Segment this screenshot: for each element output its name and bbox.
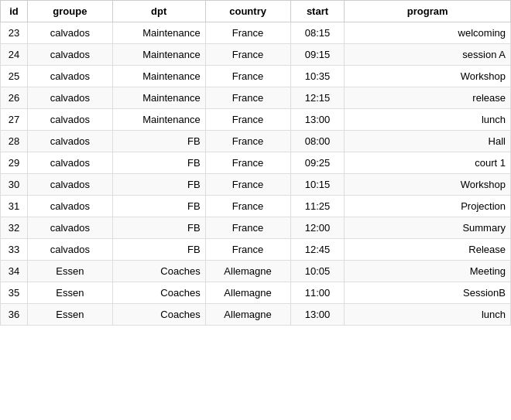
- cell-id: 36: [1, 304, 28, 326]
- cell-program: Workshop: [345, 66, 511, 87]
- cell-id: 34: [1, 261, 28, 282]
- cell-dpt: FB: [112, 131, 205, 152]
- cell-country: France: [205, 44, 290, 66]
- cell-country: Allemagne: [205, 261, 290, 282]
- table-row: 31calvadosFBFrance11:25Projection: [1, 196, 511, 217]
- table-row: 25calvadosMaintenanceFrance10:35Workshop: [1, 66, 511, 87]
- cell-dpt: FB: [112, 217, 205, 239]
- cell-program: Summary: [345, 217, 511, 239]
- cell-start: 11:00: [290, 282, 345, 304]
- cell-country: France: [205, 152, 290, 174]
- cell-id: 27: [1, 109, 28, 131]
- cell-country: France: [205, 239, 290, 261]
- cell-dpt: Coaches: [112, 304, 205, 326]
- cell-groupe: calvados: [27, 66, 112, 87]
- col-header-start: start: [290, 1, 345, 22]
- cell-program: session A: [345, 44, 511, 66]
- cell-start: 08:15: [290, 22, 345, 44]
- col-header-dpt: dpt: [112, 1, 205, 22]
- table-row: 24calvadosMaintenanceFrance09:15session …: [1, 44, 511, 66]
- table-row: 34EssenCoachesAllemagne10:05Meeting: [1, 261, 511, 282]
- cell-dpt: FB: [112, 174, 205, 196]
- cell-program: release: [345, 87, 511, 109]
- cell-start: 10:15: [290, 174, 345, 196]
- cell-id: 33: [1, 239, 28, 261]
- cell-groupe: calvados: [27, 152, 112, 174]
- cell-program: Release: [345, 239, 511, 261]
- cell-id: 35: [1, 282, 28, 304]
- cell-id: 28: [1, 131, 28, 152]
- cell-start: 13:00: [290, 109, 345, 131]
- cell-id: 24: [1, 44, 28, 66]
- cell-id: 29: [1, 152, 28, 174]
- cell-country: France: [205, 109, 290, 131]
- col-header-id: id: [1, 1, 28, 22]
- cell-groupe: calvados: [27, 131, 112, 152]
- cell-dpt: Maintenance: [112, 22, 205, 44]
- cell-dpt: Maintenance: [112, 87, 205, 109]
- col-header-country: country: [205, 1, 290, 22]
- table-row: 23calvadosMaintenanceFrance08:15welcomin…: [1, 22, 511, 44]
- cell-groupe: calvados: [27, 217, 112, 239]
- table-header-row: id groupe dpt country start program: [1, 1, 511, 22]
- cell-program: court 1: [345, 152, 511, 174]
- cell-dpt: Maintenance: [112, 109, 205, 131]
- cell-groupe: Essen: [27, 261, 112, 282]
- col-header-groupe: groupe: [27, 1, 112, 22]
- cell-id: 26: [1, 87, 28, 109]
- cell-start: 12:00: [290, 217, 345, 239]
- table-row: 30calvadosFBFrance10:15Workshop: [1, 174, 511, 196]
- cell-program: welcoming: [345, 22, 511, 44]
- cell-country: France: [205, 87, 290, 109]
- cell-groupe: calvados: [27, 239, 112, 261]
- cell-groupe: Essen: [27, 282, 112, 304]
- cell-program: Workshop: [345, 174, 511, 196]
- cell-id: 30: [1, 174, 28, 196]
- cell-groupe: calvados: [27, 22, 112, 44]
- cell-groupe: calvados: [27, 196, 112, 217]
- table-row: 32calvadosFBFrance12:00Summary: [1, 217, 511, 239]
- cell-start: 12:15: [290, 87, 345, 109]
- cell-dpt: FB: [112, 239, 205, 261]
- cell-id: 32: [1, 217, 28, 239]
- cell-id: 23: [1, 22, 28, 44]
- cell-dpt: FB: [112, 152, 205, 174]
- table-row: 28calvadosFBFrance08:00Hall: [1, 131, 511, 152]
- cell-groupe: calvados: [27, 44, 112, 66]
- cell-program: SessionB: [345, 282, 511, 304]
- cell-program: Meeting: [345, 261, 511, 282]
- cell-program: Hall: [345, 131, 511, 152]
- cell-start: 10:05: [290, 261, 345, 282]
- cell-program: lunch: [345, 109, 511, 131]
- cell-country: France: [205, 22, 290, 44]
- cell-start: 08:00: [290, 131, 345, 152]
- cell-country: Allemagne: [205, 304, 290, 326]
- cell-dpt: Maintenance: [112, 44, 205, 66]
- cell-start: 10:35: [290, 66, 345, 87]
- cell-dpt: Coaches: [112, 261, 205, 282]
- cell-start: 12:45: [290, 239, 345, 261]
- cell-start: 13:00: [290, 304, 345, 326]
- cell-dpt: FB: [112, 196, 205, 217]
- cell-groupe: calvados: [27, 87, 112, 109]
- cell-id: 25: [1, 66, 28, 87]
- cell-country: France: [205, 217, 290, 239]
- table-row: 27calvadosMaintenanceFrance13:00lunch: [1, 109, 511, 131]
- cell-groupe: calvados: [27, 109, 112, 131]
- cell-groupe: Essen: [27, 304, 112, 326]
- cell-country: France: [205, 131, 290, 152]
- cell-program: Projection: [345, 196, 511, 217]
- table-row: 36EssenCoachesAllemagne13:00lunch: [1, 304, 511, 326]
- cell-dpt: Maintenance: [112, 66, 205, 87]
- cell-start: 09:15: [290, 44, 345, 66]
- cell-country: Allemagne: [205, 282, 290, 304]
- table-row: 33calvadosFBFrance12:45Release: [1, 239, 511, 261]
- cell-country: France: [205, 66, 290, 87]
- cell-dpt: Coaches: [112, 282, 205, 304]
- cell-program: lunch: [345, 304, 511, 326]
- cell-country: France: [205, 196, 290, 217]
- col-header-program: program: [345, 1, 511, 22]
- cell-groupe: calvados: [27, 174, 112, 196]
- data-table: id groupe dpt country start program 23ca…: [0, 0, 511, 326]
- cell-start: 11:25: [290, 196, 345, 217]
